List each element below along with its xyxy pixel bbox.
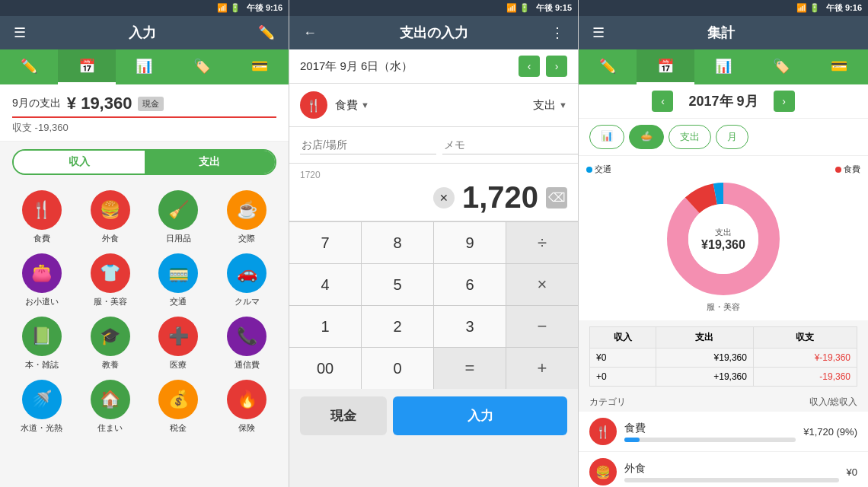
- transport-label: 交通: [595, 164, 611, 175]
- error-clear-btn[interactable]: ✕: [433, 187, 455, 208]
- status-icons-3: 📶 🔋: [796, 3, 820, 13]
- date-text: 2017年 9月 6日（水）: [300, 59, 512, 74]
- cat-insurance-icon: 🔥: [227, 380, 266, 419]
- cat-social-label: 交際: [238, 233, 255, 244]
- nav-chart-3[interactable]: 📊: [694, 49, 752, 84]
- time-3: 午後 9:16: [826, 2, 862, 14]
- prev-month-btn[interactable]: ‹: [652, 91, 673, 112]
- nav-card[interactable]: 💳: [231, 49, 289, 84]
- cat-row-food-info: 食費: [624, 422, 796, 442]
- cat-insurance[interactable]: 🔥 保険: [217, 380, 276, 434]
- nav-card-3[interactable]: 💳: [810, 49, 868, 84]
- next-date-btn[interactable]: ›: [546, 56, 567, 77]
- nav-pencil-3[interactable]: ✏️: [579, 49, 637, 84]
- key-1[interactable]: 1: [289, 306, 361, 347]
- menu-icon-3[interactable]: ☰: [589, 23, 608, 43]
- memo-input[interactable]: [442, 135, 579, 154]
- key-00[interactable]: 00: [289, 348, 361, 389]
- back-icon[interactable]: ←: [300, 24, 320, 43]
- key-plus[interactable]: +: [506, 348, 578, 389]
- cat-transport[interactable]: 🚃 交通: [149, 253, 209, 307]
- cat-comm-label: 通信費: [235, 359, 260, 371]
- place-input[interactable]: [300, 135, 436, 154]
- cat-row-food-bar: [624, 438, 640, 442]
- key-6[interactable]: 6: [434, 264, 506, 305]
- key-minus[interactable]: −: [506, 306, 578, 347]
- nav-calendar-3[interactable]: 📅: [637, 49, 694, 84]
- food-label: 食費: [844, 164, 860, 175]
- cat-tax[interactable]: 💰 税金: [149, 380, 209, 434]
- view-tab-bar[interactable]: 📊: [589, 125, 624, 149]
- key-7[interactable]: 7: [289, 222, 361, 263]
- cat-food[interactable]: 🍴 食費: [12, 190, 72, 244]
- page-title-2: 支出の入力: [400, 24, 468, 42]
- cat-education[interactable]: 🎓 教養: [81, 317, 140, 371]
- cat-row-eating-out-bar-bg: [624, 478, 839, 482]
- key-5[interactable]: 5: [362, 264, 433, 305]
- key-3[interactable]: 3: [434, 306, 506, 347]
- nav-pencil[interactable]: ✏️: [0, 49, 58, 84]
- key-9[interactable]: 9: [434, 222, 506, 263]
- cat-car[interactable]: 🚗 クルマ: [217, 253, 276, 307]
- clear-btn[interactable]: ⌫: [546, 187, 567, 208]
- summary-label: 9月の支出: [12, 97, 61, 110]
- cat-books[interactable]: 📗 本・雑誌: [12, 317, 72, 371]
- nav-calendar[interactable]: 📅: [58, 49, 116, 84]
- cat-utilities[interactable]: 🚿 水道・光熱: [12, 380, 72, 434]
- cat-books-icon: 📗: [22, 317, 62, 356]
- cat-insurance-label: 保険: [238, 422, 255, 434]
- cash-button[interactable]: 現金: [300, 396, 387, 435]
- menu-icon[interactable]: ☰: [11, 23, 29, 43]
- top-bar-1: ☰ 入力 ✏️: [0, 16, 289, 49]
- nav-tag[interactable]: 🏷️: [173, 49, 231, 84]
- view-tab-expense[interactable]: 支出: [669, 125, 711, 149]
- dot-transport: [586, 167, 592, 173]
- cat-row-eating-out-name: 外食: [624, 462, 839, 476]
- cat-transport-icon: 🚃: [158, 253, 198, 293]
- cat-allowance-icon: 👛: [22, 253, 62, 293]
- time-2: 午後 9:15: [536, 2, 572, 14]
- cat-books-label: 本・雑誌: [25, 359, 59, 371]
- view-tab-pie[interactable]: 🥧: [629, 125, 664, 149]
- cat-comm[interactable]: 📞 通信費: [217, 317, 276, 371]
- key-2[interactable]: 2: [362, 306, 433, 347]
- status-icons-2: 📶 🔋: [506, 3, 530, 13]
- cat-row-eating-out[interactable]: 🍔 外食 ¥0: [579, 452, 868, 487]
- cat-beauty[interactable]: 👕 服・美容: [81, 253, 140, 307]
- key-0[interactable]: 0: [362, 348, 433, 389]
- key-8[interactable]: 8: [362, 222, 433, 263]
- next-month-btn[interactable]: ›: [774, 91, 795, 112]
- tab-expense[interactable]: 支出: [145, 151, 276, 173]
- numpad: 7 8 9 ÷ 4 5 6 × 1 2 3 − 00 0 = +: [289, 221, 578, 389]
- cat-allowance[interactable]: 👛 お小遣い: [12, 253, 72, 307]
- th-balance: 収支: [753, 327, 857, 349]
- month-nav: ‹ 2017年 9月 ›: [579, 84, 868, 119]
- tab-income[interactable]: 収入: [14, 151, 145, 173]
- type-dropdown[interactable]: 支出 ▼: [533, 98, 567, 113]
- cat-eating-out[interactable]: 🍔 外食: [81, 190, 140, 244]
- cat-housing[interactable]: 🏠 住まい: [81, 380, 140, 434]
- enter-button[interactable]: 入力: [393, 396, 567, 435]
- cat-daily[interactable]: 🧹 日用品: [149, 190, 209, 244]
- td-income-1: ¥0: [590, 349, 656, 368]
- view-tab-month[interactable]: 月: [716, 125, 748, 149]
- cat-medical[interactable]: ➕ 医療: [149, 317, 209, 371]
- dot-food: [835, 167, 841, 173]
- td-balance-2: -19,360: [753, 368, 857, 387]
- cat-social[interactable]: ☕ 交際: [217, 190, 276, 244]
- more-icon[interactable]: ⋮: [547, 23, 567, 43]
- cat-beauty-icon: 👕: [91, 253, 130, 293]
- prev-date-btn[interactable]: ‹: [519, 56, 540, 77]
- month-text: 2017年 9月: [688, 92, 758, 110]
- key-mul[interactable]: ×: [506, 264, 578, 305]
- nav-tag-3[interactable]: 🏷️: [752, 49, 810, 84]
- key-div[interactable]: ÷: [506, 222, 578, 263]
- key-4[interactable]: 4: [289, 264, 361, 305]
- category-dropdown[interactable]: 食費 ▼: [335, 98, 369, 113]
- status-icons-1: 📶 🔋: [217, 3, 241, 13]
- key-eq[interactable]: =: [434, 348, 506, 389]
- cat-row-food[interactable]: 🍴 食費 ¥1,720 (9%): [579, 412, 868, 452]
- nav-chart[interactable]: 📊: [116, 49, 174, 84]
- summary-tag: 現金: [138, 97, 164, 111]
- edit-icon[interactable]: ✏️: [255, 23, 278, 43]
